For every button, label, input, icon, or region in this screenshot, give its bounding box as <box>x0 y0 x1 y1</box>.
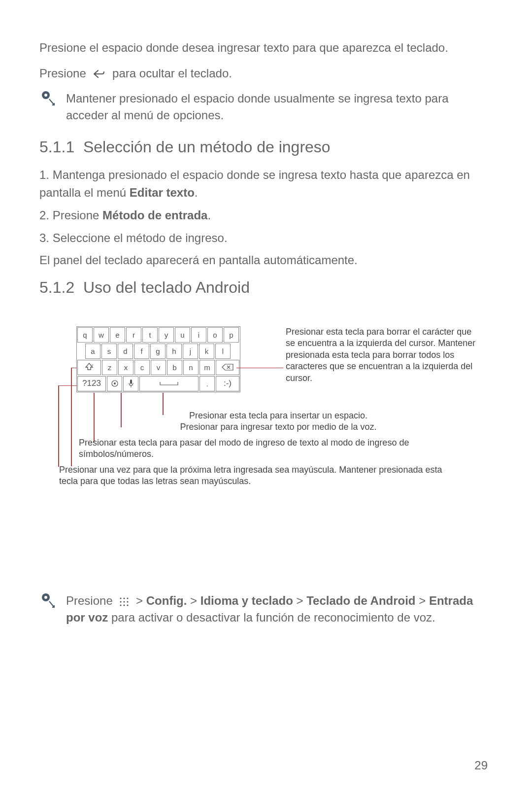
key-j[interactable]: j <box>183 344 198 359</box>
voice-key[interactable] <box>123 376 138 391</box>
svg-point-10 <box>127 597 129 599</box>
heading-511: 5.1.1 Selección de un método de ingreso <box>39 138 493 156</box>
svg-point-15 <box>124 604 125 606</box>
key-v[interactable]: v <box>151 360 166 375</box>
tip2-a: Presione <box>66 594 113 607</box>
intro-p2-after: para ocultar el teclado. <box>112 67 232 80</box>
key-w[interactable]: w <box>94 327 109 343</box>
callout-voice: Presionar para ingresar texto por medio … <box>126 421 431 433</box>
svg-point-4 <box>114 382 116 384</box>
key-z[interactable]: z <box>102 360 117 375</box>
lightbulb-icon <box>39 90 57 110</box>
callout-space: Presionar esta tecla para insertar un es… <box>126 410 431 421</box>
step-3: 3. Seleccione el método de ingreso. <box>39 229 493 247</box>
svg-point-9 <box>124 597 125 599</box>
svg-point-13 <box>127 601 129 602</box>
step-1a: 1. Mantenga presionado el espacio donde … <box>39 168 470 199</box>
callout-shift: Presionar una vez para que la próxima le… <box>59 464 443 487</box>
key-o[interactable]: o <box>207 327 223 343</box>
lightbulb-icon <box>39 592 57 612</box>
key-n[interactable]: n <box>183 360 199 375</box>
key-b[interactable]: b <box>167 360 182 375</box>
svg-point-7 <box>44 596 47 599</box>
symbols-key[interactable]: ?123 <box>77 376 106 391</box>
key-s[interactable]: s <box>101 344 117 359</box>
callout-backspace: Presionar esta tecla para borrar el cará… <box>286 326 483 384</box>
key-g[interactable]: g <box>150 344 166 359</box>
intro-p2: Presione para ocultar el teclado. <box>39 65 493 82</box>
callout-line <box>236 368 283 369</box>
key-k[interactable]: k <box>199 344 214 359</box>
backspace-key[interactable] <box>216 360 239 375</box>
key-a[interactable]: a <box>85 344 100 359</box>
key-y[interactable]: y <box>159 327 174 343</box>
intro-p2-before: Presione <box>39 67 86 80</box>
key-i[interactable]: i <box>191 327 206 343</box>
heading-512-num: 5.1.2 <box>39 278 74 296</box>
key-u[interactable]: u <box>175 327 190 343</box>
key-m[interactable]: m <box>200 360 215 375</box>
svg-point-8 <box>120 597 122 599</box>
step-2a: 2. Presione <box>39 208 102 222</box>
tip-1-text: Mantener presionado el espacio donde usu… <box>66 90 493 123</box>
svg-rect-5 <box>130 380 132 384</box>
key-l[interactable]: l <box>215 344 231 359</box>
svg-point-1 <box>44 94 47 97</box>
shift-key[interactable]: o <box>77 360 101 375</box>
key-f[interactable]: f <box>134 344 149 359</box>
key-h[interactable]: h <box>166 344 182 359</box>
settings-key[interactable] <box>107 376 122 391</box>
tip2-f: para activar o desactivar la función de … <box>108 611 435 624</box>
key-q[interactable]: q <box>77 327 93 343</box>
heading-512-title: Uso del teclado Android <box>83 278 250 296</box>
callout-line <box>71 368 72 466</box>
callout-line <box>58 385 77 386</box>
tip-2-text: Presione > Config. > Idioma y teclado > … <box>66 592 493 625</box>
svg-text:o: o <box>92 363 94 366</box>
emoji-key[interactable]: :-) <box>216 376 239 391</box>
callout-line <box>71 368 77 369</box>
callout-line <box>58 385 59 467</box>
key-e[interactable]: e <box>110 327 125 343</box>
key-p[interactable]: p <box>224 327 239 343</box>
tip2-d: Teclado de Android <box>306 594 415 607</box>
step-2c: . <box>207 208 211 222</box>
step-1c: . <box>195 186 198 199</box>
keyboard-diagram: qwertyuiop asdfghjkl o zxcvbnm ?123 <box>39 326 493 573</box>
step-1: 1. Mantenga presionado el espacio donde … <box>39 166 493 202</box>
intro-p1: Presione el espacio donde desea ingresar… <box>39 39 493 56</box>
svg-point-14 <box>120 604 122 606</box>
tip-1: Mantener presionado el espacio donde usu… <box>39 90 493 123</box>
page-number: 29 <box>474 759 488 772</box>
key-c[interactable]: c <box>134 360 150 375</box>
callout-symbols: Presionar esta tecla para pasar del modo… <box>79 437 433 460</box>
keyboard: qwertyuiop asdfghjkl o zxcvbnm ?123 <box>76 326 240 392</box>
svg-point-11 <box>120 601 122 602</box>
step-2b: Método de entrada <box>102 208 207 222</box>
heading-512: 5.1.2 Uso del teclado Android <box>39 278 493 297</box>
heading-511-title: Selección de un método de ingreso <box>83 138 331 156</box>
heading-511-num: 5.1.1 <box>39 138 74 156</box>
section-511-note: El panel del teclado aparecerá en pantal… <box>39 252 493 269</box>
callout-line <box>121 393 122 427</box>
callout-space-voice: Presionar esta tecla para insertar un es… <box>126 410 431 433</box>
callout-line <box>94 393 95 442</box>
back-icon <box>92 69 106 79</box>
svg-point-16 <box>127 604 129 606</box>
tip2-b: Config. <box>146 594 187 607</box>
key-x[interactable]: x <box>118 360 133 375</box>
step-1b: Editar texto <box>130 186 195 199</box>
key-t[interactable]: t <box>142 327 158 343</box>
period-key[interactable]: . <box>200 376 215 391</box>
tip-2: Presione > Config. > Idioma y teclado > … <box>39 592 493 625</box>
space-key[interactable] <box>139 376 199 391</box>
tip2-c: Idioma y teclado <box>200 594 293 607</box>
svg-point-12 <box>124 601 125 602</box>
apps-grid-icon <box>119 596 130 607</box>
key-r[interactable]: r <box>126 327 141 343</box>
step-2: 2. Presione Método de entrada. <box>39 207 493 224</box>
key-d[interactable]: d <box>118 344 133 359</box>
